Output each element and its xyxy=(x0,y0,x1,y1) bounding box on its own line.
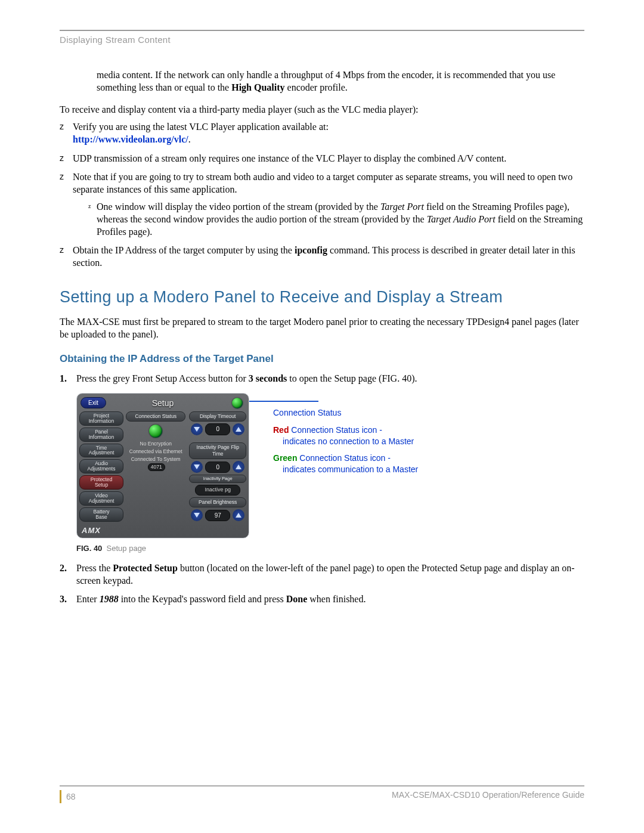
video-adjustment-button[interactable]: VideoAdjustment xyxy=(79,491,123,506)
doc-title: MAX-CSE/MAX-CSD10 Operation/Reference Gu… xyxy=(392,790,584,803)
exit-button[interactable]: Exit xyxy=(80,397,106,408)
target-audio-port-italic: Target Audio Port xyxy=(427,214,496,224)
text: Connected To System xyxy=(131,456,181,462)
text: Enter xyxy=(76,594,100,604)
protected-setup-bold: Protected Setup xyxy=(113,563,178,573)
display-timeout-stepper: 0 xyxy=(189,423,246,435)
arrow-down-icon[interactable] xyxy=(191,461,203,473)
connected-via-ethernet-text: Connected via Ethernet xyxy=(126,448,185,455)
panel-brightness-caption: Panel Brightness xyxy=(189,497,246,507)
footer-rule xyxy=(60,785,584,786)
callout-line xyxy=(241,401,318,402)
heading-2: Setting up a Modero Panel to Receive and… xyxy=(60,287,584,308)
right-column: Connection Status No Encryption Connecte… xyxy=(126,411,246,535)
annotation-title: Connection Status xyxy=(273,407,418,419)
text: Press the grey Front Setup Access button… xyxy=(76,373,249,383)
label: PanelInformation xyxy=(89,429,114,440)
vlc-link[interactable]: http://www.videolan.org/vlc/ xyxy=(73,134,188,144)
arrow-up-icon[interactable] xyxy=(233,423,244,435)
figure-caption: FIG. 40 Setup page xyxy=(76,543,584,553)
paragraph: The MAX-CSE must first be prepared to st… xyxy=(60,315,584,340)
system-number-value: 4071 xyxy=(148,463,165,471)
figure-label: FIG. 40 xyxy=(76,544,102,553)
arrow-up-icon[interactable] xyxy=(233,509,244,521)
label: ProjectInformation xyxy=(89,413,114,424)
footer-row: 68 MAX-CSE/MAX-CSD10 Operation/Reference… xyxy=(60,790,584,803)
step-3: 3. Enter 1988 into the Keypad's password… xyxy=(60,593,584,605)
bullet-item: UDP transmission of a stream only requir… xyxy=(60,152,584,165)
page: Displaying Stream Content media content.… xyxy=(0,0,644,833)
green-sub: indicates communication to a Master xyxy=(273,464,418,475)
protected-setup-button[interactable]: ProtectedSetup xyxy=(79,475,123,490)
connection-status-led-icon xyxy=(232,398,243,408)
display-timeout-block: Display Timeout 0 Inactivity Page Flip T… xyxy=(189,411,246,522)
inactivity-stepper: 0 xyxy=(189,461,246,473)
heading-3: Obtaining the IP Address of the Target P… xyxy=(60,352,584,366)
top-rule xyxy=(60,30,584,31)
step-number: 1. xyxy=(60,372,67,385)
figure-caption-text: Setup page xyxy=(107,544,147,553)
text: One window will display the video portio… xyxy=(97,202,380,212)
setup-panel-screenshot: Exit Setup ProjectInformation PanelInfor… xyxy=(76,393,249,538)
password-1988: 1988 xyxy=(100,594,119,604)
no-encryption-text: No Encryption xyxy=(126,441,185,447)
steps-list: 1. Press the grey Front Setup Access but… xyxy=(60,372,584,385)
step-number: 3. xyxy=(60,593,67,605)
text: into the Keypad's password field and pre… xyxy=(119,594,286,604)
intro-paragraph-1: media content. If the network can only h… xyxy=(97,69,584,94)
inactivity-value: 0 xyxy=(205,462,230,473)
brightness-value: 97 xyxy=(205,510,230,521)
high-quality-bold: High Quality xyxy=(231,82,284,92)
figure-40: Exit Setup ProjectInformation PanelInfor… xyxy=(76,393,584,538)
connection-status-caption: Connection Status xyxy=(126,411,185,422)
text: Connection Status icon - xyxy=(289,425,382,435)
intro-paragraph-2: To receive and display content via a thi… xyxy=(60,103,584,116)
label: VideoAdjustment xyxy=(89,493,114,504)
text: . xyxy=(188,134,191,144)
label: TimeAdjustment xyxy=(89,445,114,456)
red-label: Red xyxy=(273,425,289,435)
row-top: Connection Status No Encryption Connecte… xyxy=(126,411,246,522)
battery-base-button[interactable]: BatteryBase xyxy=(79,507,123,522)
inactive-page-value: Inactive pg xyxy=(195,485,240,496)
label: AudioAdjustments xyxy=(88,460,116,472)
done-bold: Done xyxy=(286,594,308,604)
bullet-item: Obtain the IP Address of the target comp… xyxy=(60,244,584,269)
inactivity-page-label: Inactivity Page xyxy=(189,475,246,483)
section-header: Displaying Stream Content xyxy=(60,35,584,45)
arrow-up-icon[interactable] xyxy=(233,461,244,473)
page-number: 68 xyxy=(60,790,76,803)
label: BatteryBase xyxy=(94,509,110,520)
setup-body: ProjectInformation PanelInformation Time… xyxy=(79,411,246,535)
label: ProtectedSetup xyxy=(91,476,112,488)
arrow-down-icon[interactable] xyxy=(191,423,203,435)
ipconfig-bold: ipconfig xyxy=(295,245,327,255)
text: to open the Setup page (FIG. 40). xyxy=(287,373,417,383)
green-label: Green xyxy=(273,453,297,463)
audio-adjustments-button[interactable]: AudioAdjustments xyxy=(79,459,123,473)
text: Obtain the IP Address of the target comp… xyxy=(73,245,295,255)
display-timeout-caption: Display Timeout xyxy=(189,411,246,422)
steps-list-cont: 2. Press the Protected Setup button (loc… xyxy=(60,562,584,605)
amx-logo: AMX xyxy=(82,525,123,535)
text: Connection Status icon - xyxy=(297,453,390,463)
red-sub: indicates no connection to a Master xyxy=(273,436,418,447)
body-area: media content. If the network can only h… xyxy=(60,69,584,605)
text: Press the xyxy=(76,563,113,573)
inactivity-caption: Inactivity Page Flip Time xyxy=(189,442,246,459)
status-lines: No Encryption Connected via Ethernet Con… xyxy=(126,441,185,471)
figure-annotations: Connection Status Red Connection Status … xyxy=(273,407,418,481)
bullet-list: Verify you are using the latest VLC Play… xyxy=(60,120,584,269)
setup-titlebar: Exit Setup xyxy=(79,396,246,410)
left-button-column: ProjectInformation PanelInformation Time… xyxy=(79,411,123,535)
project-information-button[interactable]: ProjectInformation xyxy=(79,411,123,426)
time-adjustment-button[interactable]: TimeAdjustment xyxy=(79,444,123,458)
arrow-down-icon[interactable] xyxy=(191,509,203,521)
sub-bullet-list: One window will display the video portio… xyxy=(88,200,584,238)
annotation-green: Green Connection Status icon - indicates… xyxy=(273,453,418,475)
panel-information-button[interactable]: PanelInformation xyxy=(79,428,123,442)
text: when finished. xyxy=(307,594,366,604)
page-footer: 68 MAX-CSE/MAX-CSD10 Operation/Reference… xyxy=(60,785,584,803)
step-1: 1. Press the grey Front Setup Access but… xyxy=(60,372,584,385)
bullet-item: Note that if you are going to try to str… xyxy=(60,171,584,239)
